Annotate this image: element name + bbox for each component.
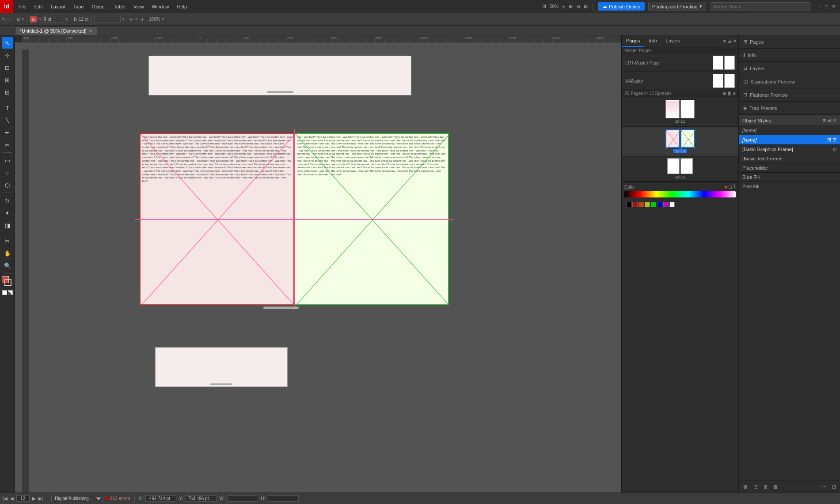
pages-panel-content[interactable]: Master Pages LTR-Master Page X-Master xyxy=(622,47,738,493)
fill-box[interactable]: ■ xyxy=(725,184,728,189)
x-value-input[interactable] xyxy=(145,495,176,502)
far-right-separations[interactable]: ◫ Separations Preview xyxy=(739,75,840,88)
style-item-basic-graphics[interactable]: [Basic Graphics Frame] ⊡ xyxy=(739,145,840,154)
profile-dropdown[interactable]: Digital Publishing ... xyxy=(51,495,103,502)
swatch-magenta[interactable] xyxy=(663,202,669,207)
swatch-green[interactable] xyxy=(651,202,656,207)
menu-layout[interactable]: Layout xyxy=(47,3,69,11)
swatch-orange[interactable] xyxy=(639,202,644,207)
object-styles-expand-btn[interactable]: ⊟ xyxy=(827,117,831,123)
style-basic-graphics-edit-btn[interactable]: ⊡ xyxy=(833,147,836,152)
stroke-color-btn[interactable]: □ xyxy=(38,17,41,22)
publish-online-button[interactable]: ☁ Publish Online xyxy=(598,2,645,11)
gap-tool-btn[interactable]: ⊞ xyxy=(2,74,13,86)
normal-mode-btn[interactable] xyxy=(2,290,7,295)
style-link-btn[interactable]: ⊟ xyxy=(751,482,760,491)
spread-main[interactable]: This is live content now – woo hoo!! Thi… xyxy=(140,133,449,305)
w-value-input[interactable] xyxy=(227,495,258,502)
style-item-placeholder[interactable]: Placeholder xyxy=(739,163,840,173)
last-page-btn[interactable]: ▶| xyxy=(38,496,43,501)
menu-type[interactable]: Type xyxy=(70,3,87,11)
page-number-input[interactable]: 12 xyxy=(16,495,30,502)
align-left-icon[interactable]: ⊢ xyxy=(130,17,134,22)
printing-proofing-button[interactable]: Printing and Proofing ▾ xyxy=(648,2,706,11)
far-right-layers[interactable]: ⊟ Layers xyxy=(739,62,840,75)
swatch-red[interactable] xyxy=(632,202,638,207)
pages-menu-btn[interactable]: ≡ xyxy=(733,91,736,96)
zoom-tool-btn[interactable]: 🔍 xyxy=(2,260,13,271)
color-gradient-bar[interactable] xyxy=(624,191,736,197)
style-delete-btn[interactable]: 🗑 xyxy=(771,482,780,491)
selection-tool-btn[interactable]: ↖ xyxy=(2,37,13,49)
y-value-input[interactable] xyxy=(186,495,217,502)
spread-top[interactable] xyxy=(148,56,411,95)
menu-object[interactable]: Object xyxy=(88,3,110,11)
menu-view[interactable]: View xyxy=(130,3,148,11)
spread-bottom[interactable] xyxy=(155,347,288,387)
tab-info[interactable]: Info xyxy=(644,35,661,47)
style-options-icon[interactable]: ⊟ xyxy=(832,137,836,143)
eyedrop-tool-btn[interactable]: ✦ xyxy=(2,207,13,219)
menu-edit[interactable]: Edit xyxy=(31,3,46,11)
pages-new-spread-btn[interactable]: ⊞ xyxy=(722,91,726,96)
style-trash-btn[interactable]: ⊡ xyxy=(829,482,838,491)
stroke-weight-input[interactable] xyxy=(42,16,64,23)
style-item-pink-fill[interactable]: Pink Fill xyxy=(739,182,840,191)
swatch-white[interactable] xyxy=(669,202,675,207)
style-item-none-1[interactable]: [None] xyxy=(739,126,840,135)
first-page-btn[interactable]: |◀ xyxy=(3,496,8,501)
prev-page-btn[interactable]: ◀ xyxy=(10,496,14,501)
ellipse-tool-btn[interactable]: ○ xyxy=(2,167,13,178)
menu-table[interactable]: Table xyxy=(110,3,129,11)
zoom-percent[interactable]: 100% xyxy=(149,17,160,22)
panel-expand-btn[interactable]: ⊟ xyxy=(727,38,731,44)
swatch-yellow-green[interactable] xyxy=(645,202,650,207)
object-styles-menu-btn[interactable]: ≡ xyxy=(823,117,826,123)
gradient-tool-btn[interactable]: ◨ xyxy=(2,220,13,231)
swatch-black[interactable] xyxy=(626,202,631,207)
transform-tool-btn[interactable]: ↻ xyxy=(2,195,13,206)
tab-layers[interactable]: Layers xyxy=(661,35,685,47)
zoom-display[interactable]: 50% xyxy=(550,4,559,9)
far-right-pages[interactable]: ⊞ Pages xyxy=(739,35,840,49)
rect-tool-btn[interactable]: ▭ xyxy=(2,155,13,166)
next-page-btn[interactable]: ▶ xyxy=(32,496,36,501)
text-tool-btn[interactable]: T xyxy=(2,102,13,114)
stroke-box-color[interactable]: □ xyxy=(729,184,732,189)
swatch-blue[interactable] xyxy=(657,202,662,207)
far-right-flattener[interactable]: ⊡ Flattener Preview xyxy=(739,88,840,102)
fill-stroke-widget[interactable] xyxy=(2,276,13,288)
menu-help[interactable]: Help xyxy=(173,3,190,11)
effects-icon[interactable]: fx xyxy=(74,17,77,22)
menu-file[interactable]: File xyxy=(15,3,30,11)
pencil-tool-btn[interactable]: ✏ xyxy=(2,139,13,151)
direct-select-tool-btn[interactable]: ⊹ xyxy=(2,49,13,61)
canvas-content[interactable]: This is live content now – woo hoo!! Thi… xyxy=(22,42,621,493)
style-input[interactable] xyxy=(94,16,121,23)
canvas-area[interactable]: -800-600-400-200020040060080010001200140… xyxy=(15,35,621,493)
h-value-input[interactable] xyxy=(268,495,299,502)
style-new-btn[interactable]: ⊞ xyxy=(761,482,770,491)
align-center-icon[interactable]: ≡ xyxy=(135,17,138,22)
view-mode2-icon[interactable]: ⊟ xyxy=(576,4,580,9)
maximize-btn[interactable]: □ xyxy=(825,4,828,9)
align-icon[interactable]: ≡ xyxy=(22,17,24,22)
style-item-none-2[interactable]: [None] ⊞ ⊟ xyxy=(739,135,840,145)
pen-tool-btn[interactable]: ✒ xyxy=(2,127,13,138)
page-tool-btn[interactable]: ⊡ xyxy=(2,62,13,73)
spread-14-15[interactable]: 14-15 xyxy=(622,156,738,182)
menu-window[interactable]: Window xyxy=(148,3,172,11)
spread-12-13[interactable]: 12-13 xyxy=(622,127,738,156)
fill-color-btn[interactable]: ■ xyxy=(30,16,37,23)
close-btn[interactable]: ✕ xyxy=(832,4,836,9)
poly-tool-btn[interactable]: ⬡ xyxy=(2,179,13,191)
clear-overrides-btn[interactable]: ⊠ xyxy=(741,482,749,491)
direct-select-icon[interactable]: ⊹ xyxy=(7,16,11,22)
hand-tool-btn[interactable]: ✋ xyxy=(2,247,13,259)
line-tool-btn[interactable]: ╲ xyxy=(2,114,13,126)
panel-close-btn[interactable]: ✕ xyxy=(733,38,737,44)
far-right-trap[interactable]: ◈ Trap Presets xyxy=(739,102,840,115)
document-tab[interactable]: *Untitled-1 @ 50% [Converted] × xyxy=(15,27,97,35)
style-item-basic-text[interactable]: [Basic Text Frame] xyxy=(739,154,840,163)
style-new-icon[interactable]: ⊞ xyxy=(827,137,831,143)
